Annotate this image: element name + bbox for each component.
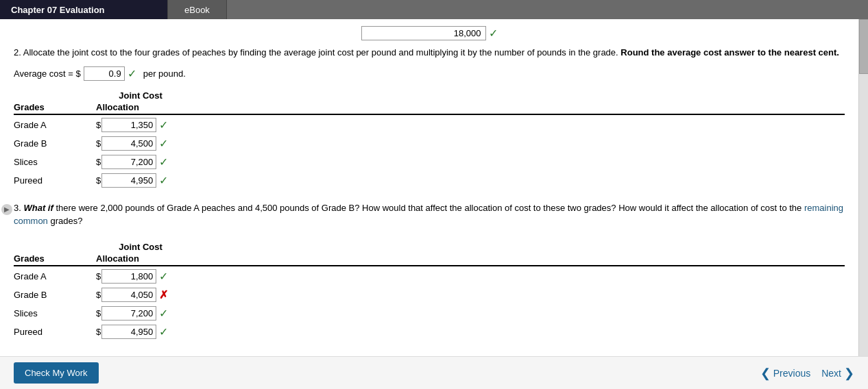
q2-number: 2.: [14, 47, 21, 58]
q2-row-grade-a: Grade A $ ✓: [14, 118, 845, 132]
q3-check-slices: ✓: [159, 307, 168, 320]
check-work-label: Check My Work: [25, 368, 88, 378]
next-button[interactable]: Next ❯: [821, 366, 854, 381]
q2-input-slices[interactable]: [101, 155, 156, 169]
previous-button[interactable]: ❮ Previous: [760, 366, 810, 381]
scrollbar[interactable]: [858, 19, 868, 389]
q2-check-grade-b: ✓: [159, 137, 168, 150]
q3-wrapper: ▶ 3. What if there were 2,000 pounds of …: [14, 201, 845, 235]
q3-col-grades: Grades: [14, 253, 96, 264]
header-bar: Chapter 07 Evaluation eBook: [0, 0, 868, 19]
q3-table-header: Joint Cost: [96, 242, 845, 252]
chapter-title: Chapter 07 Evaluation: [11, 5, 105, 15]
q3-check-grade-a: ✓: [159, 270, 168, 283]
q2-input-pureed[interactable]: [101, 173, 156, 188]
q3-cross-grade-b: ✗: [159, 288, 168, 301]
q3-row-grade-b: Grade B $ ✗: [14, 288, 845, 302]
top-value-row: ✓: [14, 26, 845, 40]
q2-table-header: Joint Cost: [96, 90, 845, 101]
q2-label-pureed: Pureed: [14, 175, 96, 186]
q3-text2: grades?: [50, 216, 82, 226]
top-value-input[interactable]: [361, 26, 486, 40]
bottom-bar: Check My Work ❮ Previous Next ❯: [0, 356, 868, 389]
q3-check-pureed: ✓: [159, 325, 168, 338]
question3-text: 3. What if there were 2,000 pounds of Gr…: [14, 201, 845, 228]
q3-col-allocation: Allocation: [96, 253, 185, 264]
avg-cost-input[interactable]: [84, 66, 125, 81]
q2-check-pureed: ✓: [159, 174, 168, 187]
q2-col-allocation: Allocation: [96, 102, 185, 112]
header-title: Chapter 07 Evaluation: [0, 0, 167, 19]
main-content: ✓ 2. Allocate the joint cost to the four…: [0, 19, 858, 375]
q2-table-cols: Grades Allocation: [14, 102, 845, 115]
q2-row-slices: Slices $ ✓: [14, 155, 845, 169]
next-label: Next: [821, 368, 841, 379]
scrollbar-thumb[interactable]: [859, 19, 868, 74]
header-tab-empty: [226, 0, 868, 19]
q2-label-grade-b: Grade B: [14, 138, 96, 149]
q3-table-section: Joint Cost Grades Allocation Grade A $ ✓…: [14, 242, 845, 339]
q2-table-section: Joint Cost Grades Allocation Grade A $ ✓…: [14, 90, 845, 188]
q3-nav-arrow[interactable]: ▶: [1, 204, 12, 215]
q2-label-slices: Slices: [14, 157, 96, 167]
ebook-tab-label: eBook: [184, 5, 210, 15]
q2-col-grades: Grades: [14, 102, 96, 112]
avg-cost-row: Average cost = $ ✓ per pound.: [14, 66, 845, 81]
q2-row-grade-b: Grade B $ ✓: [14, 136, 845, 151]
nav-buttons: ❮ Previous Next ❯: [760, 366, 854, 381]
q3-label-grade-a: Grade A: [14, 271, 96, 281]
q3-italic-label: What if: [23, 203, 53, 213]
q2-input-grade-a[interactable]: [101, 118, 156, 132]
q3-input-grade-b[interactable]: [101, 288, 156, 302]
per-pound-label: per pound.: [143, 68, 186, 79]
q3-input-slices[interactable]: [101, 306, 156, 321]
q2-input-grade-b[interactable]: [101, 136, 156, 151]
avg-cost-label: Average cost = $: [14, 68, 81, 79]
q3-table-cols: Grades Allocation: [14, 253, 845, 266]
prev-chevron-icon: ❮: [760, 366, 771, 381]
q3-label-slices: Slices: [14, 308, 96, 318]
q3-joint-cost-header: Joint Cost: [96, 242, 185, 252]
q3-label-pureed: Pureed: [14, 327, 96, 337]
q2-label-grade-a: Grade A: [14, 120, 96, 130]
q3-text: there were 2,000 pounds of Grade A peach…: [56, 203, 804, 213]
top-check-icon: ✓: [489, 27, 498, 40]
q3-row-grade-a: Grade A $ ✓: [14, 269, 845, 284]
q3-number: 3.: [14, 203, 21, 213]
q2-check-slices: ✓: [159, 155, 168, 168]
header-tab-ebook[interactable]: eBook: [167, 0, 226, 19]
q2-joint-cost-header: Joint Cost: [96, 90, 185, 101]
q2-text-bold: Round the average cost answer to the nea…: [620, 47, 839, 58]
q3-row-pureed: Pureed $ ✓: [14, 325, 845, 339]
q2-row-pureed: Pureed $ ✓: [14, 173, 845, 188]
q3-row-slices: Slices $ ✓: [14, 306, 845, 321]
q2-text-before: Allocate the joint cost to the four grad…: [23, 47, 618, 58]
q3-label-grade-b: Grade B: [14, 290, 96, 300]
q2-check-grade-a: ✓: [159, 118, 168, 131]
q3-input-grade-a[interactable]: [101, 269, 156, 284]
avg-cost-check-icon: ✓: [128, 67, 136, 80]
previous-label: Previous: [773, 368, 810, 379]
check-work-button[interactable]: Check My Work: [14, 362, 99, 384]
question2-text: 2. Allocate the joint cost to the four g…: [14, 46, 845, 60]
q3-input-pureed[interactable]: [101, 325, 156, 339]
next-chevron-icon: ❯: [844, 366, 854, 381]
